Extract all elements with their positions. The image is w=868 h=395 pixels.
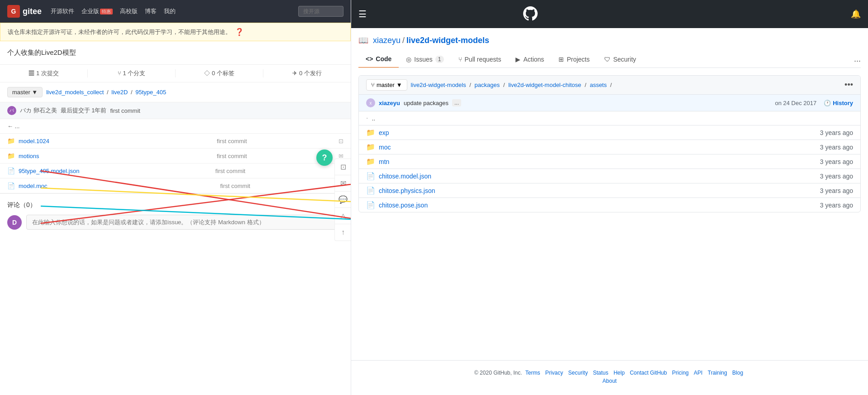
repo-title: 个人收集的Live2D模型 (0, 41, 351, 64)
search-input[interactable] (298, 6, 343, 17)
more-nav-button[interactable]: ... (854, 54, 861, 64)
breadcrumb-assets[interactable]: assets (590, 82, 607, 88)
branch-selector[interactable]: master ▼ (7, 87, 43, 97)
file-icon: 📄 (7, 182, 15, 189)
repo-name-link[interactable]: live2d-widget-models (406, 36, 489, 45)
file-name[interactable]: mtn (379, 158, 816, 165)
open-new-tab-btn[interactable]: ⊡ (335, 159, 351, 175)
fb-commit-row: x xiazeyu update packages ... on 24 Dec … (359, 95, 860, 111)
file-name[interactable]: model.1024 (19, 138, 125, 145)
file-list: ← ... 📁 model.1024 first commit ⊡ 📁 moti… (0, 119, 351, 193)
nav-mine[interactable]: 我的 (164, 7, 176, 15)
folder-icon: 📁 (7, 152, 15, 159)
file-age: 3 years ago (820, 158, 853, 165)
breadcrumb-sub1[interactable]: live2D (111, 89, 128, 96)
back-row[interactable]: ← ... (0, 119, 351, 134)
list-item: 📄 chitose.physics.json 3 years ago (359, 183, 860, 198)
tab-projects[interactable]: ⊞ Projects (551, 51, 597, 67)
file-name[interactable]: chitose.model.json (379, 173, 816, 180)
breadcrumb: live2d_models_collect / live2D / 95type_… (46, 89, 166, 96)
footer-pricing[interactable]: Pricing (672, 370, 689, 376)
commit-avatar: バ (7, 106, 16, 115)
tab-issues[interactable]: ◎ Issues 1 (399, 51, 451, 67)
breadcrumb-model[interactable]: live2d-widget-model-chitose (508, 82, 581, 88)
list-item: 📁 mtn 3 years ago (359, 154, 860, 169)
alert-btn[interactable]: △ (335, 208, 351, 224)
help-button[interactable]: ? (316, 149, 333, 166)
chat-btn[interactable]: 💬 (335, 192, 351, 208)
footer-api[interactable]: API (694, 370, 702, 376)
file-age: 3 years ago (820, 202, 853, 209)
nav-enterprise[interactable]: 企业版特惠 (81, 7, 113, 15)
branches-stat[interactable]: ⑂ 1 个分支 (88, 69, 176, 77)
gitee-content: 个人收集的Live2D模型 ☰ 1 次提交 ⑂ 1 个分支 ◇ 0 个标签 ✈ … (0, 41, 351, 395)
footer-contact[interactable]: Contact GitHub (630, 370, 667, 376)
footer-training[interactable]: Training (708, 370, 727, 376)
commit-ellipsis[interactable]: ... (452, 99, 461, 106)
footer-about: About (358, 378, 861, 384)
file-name[interactable]: moc (379, 144, 816, 151)
file-name[interactable]: chitose.pose.json (379, 202, 816, 209)
folder-icon: 📁 (366, 157, 375, 166)
file-age: 3 years ago (820, 187, 853, 194)
gitee-logo[interactable]: G gitee (7, 5, 42, 18)
table-row: 📁 model.1024 first commit ⊡ (0, 134, 351, 149)
gitee-nav: 开源软件 企业版特惠 高校版 博客 我的 (51, 7, 176, 15)
list-item: 📄 chitose.pose.json 3 years ago (359, 198, 860, 212)
tab-code[interactable]: <> Code (358, 51, 399, 68)
code-icon: <> (366, 55, 373, 63)
github-logo (523, 6, 538, 22)
commits-stat[interactable]: ☰ 1 次提交 (0, 69, 88, 77)
releases-stat[interactable]: ✈ 0 个发行 (263, 69, 351, 77)
breadcrumb-repo[interactable]: live2d_models_collect (46, 89, 104, 96)
tab-security[interactable]: 🛡 Security (597, 51, 644, 67)
file-name[interactable]: model.moc (19, 183, 127, 189)
notification-bell-icon[interactable]: 🔔 (851, 9, 861, 19)
nav-blog[interactable]: 博客 (145, 7, 157, 15)
top-btn[interactable]: ↑ (335, 224, 351, 241)
repo-owner-link[interactable]: xiazeyu (373, 36, 401, 45)
tab-pull-requests[interactable]: ⑂ Pull requests (451, 51, 509, 67)
file-name[interactable]: 95type_405.model.json (19, 168, 124, 174)
more-options-button[interactable]: ••• (844, 80, 853, 90)
github-footer: © 2020 GitHub, Inc. Terms Privacy Securi… (351, 360, 868, 395)
comment-input[interactable] (26, 215, 343, 230)
footer-status[interactable]: Status (593, 370, 608, 376)
breadcrumb-root[interactable]: live2d-widget-models (411, 82, 466, 88)
gitee-header: G gitee 开源软件 企业版特惠 高校版 博客 我的 (0, 0, 351, 23)
breadcrumb-sub2[interactable]: 95type_405 (135, 89, 166, 96)
actions-icon: ▶ (515, 56, 520, 63)
comments-title: 评论（0） (7, 201, 343, 209)
tab-actions[interactable]: ▶ Actions (508, 51, 551, 67)
history-button[interactable]: 🕐 History (824, 100, 853, 106)
email-btn[interactable]: ✉ (335, 175, 351, 192)
footer-privacy[interactable]: Privacy (545, 370, 563, 376)
file-name[interactable]: exp (379, 129, 816, 136)
file-name[interactable]: chitose.physics.json (379, 187, 816, 194)
file-name[interactable]: .. (372, 115, 853, 122)
file-name[interactable]: motions (19, 153, 125, 159)
footer-help[interactable]: Help (614, 370, 625, 376)
footer-security[interactable]: Security (568, 370, 588, 376)
file-age: 3 years ago (820, 173, 853, 180)
side-toolbar: ⊡ ✉ 💬 △ ↑ (334, 159, 351, 241)
file-icon: 📄 (366, 201, 375, 209)
security-icon: 🛡 (604, 56, 610, 63)
file-age: 3 years ago (820, 144, 853, 151)
hamburger-icon[interactable]: ☰ (358, 9, 367, 19)
tags-stat[interactable]: ◇ 0 个标签 (176, 69, 263, 77)
footer-blog[interactable]: Blog (732, 370, 743, 376)
nav-open-source[interactable]: 开源软件 (51, 7, 74, 15)
nav-university[interactable]: 高校版 (120, 7, 138, 15)
issues-icon: ◎ (406, 56, 411, 63)
warning-text: 该仓库未指定开源许可证，未经作者的许可，此代码仅用于学习，不能用于其他用途。 (8, 28, 231, 36)
open-icon[interactable]: ⊡ (339, 138, 343, 145)
footer-terms[interactable]: Terms (525, 370, 540, 376)
file-commit: first commit (125, 153, 339, 159)
commit-author[interactable]: xiazeyu (379, 100, 400, 106)
branch-selector[interactable]: ⑂ master ▼ (366, 79, 407, 91)
footer-about-link[interactable]: About (602, 378, 616, 384)
folder-icon: 📁 (366, 143, 375, 151)
breadcrumb-packages[interactable]: packages (475, 82, 500, 88)
github-panel: ☰ 🔔 📖 xiazeyu / live2d-widget-models <> … (351, 0, 868, 395)
